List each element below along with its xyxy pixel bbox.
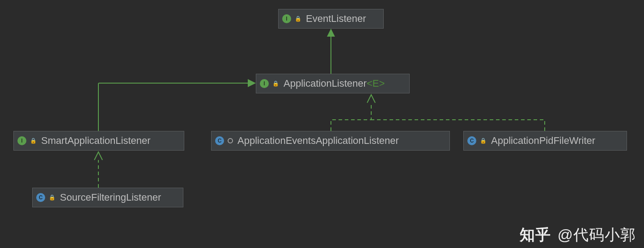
watermark: 知乎 @代码小郭: [520, 225, 636, 245]
node-event-listener[interactable]: I 🔒 EventListener: [278, 9, 384, 29]
edges-layer: [0, 0, 644, 248]
node-label: ApplicationPidFileWriter: [491, 135, 595, 147]
edge-aeal-to-applistener: [331, 103, 371, 131]
node-label: SourceFilteringListener: [60, 192, 161, 203]
watermark-brand: 知乎: [520, 225, 551, 245]
watermark-author: @代码小郭: [557, 225, 636, 245]
edge-pidwriter-to-applistener: [371, 120, 545, 131]
generic-param: <E>: [367, 78, 385, 89]
lock-icon: 🔒: [480, 138, 487, 143]
arrowhead-smart-to-applistener: [248, 79, 256, 87]
class-icon: C: [36, 193, 45, 202]
edge-smart-to-applistener: [98, 83, 249, 131]
lock-icon: 🔒: [30, 138, 37, 143]
interface-icon: I: [282, 14, 291, 23]
ring-icon: [228, 138, 233, 143]
node-smart-application-listener[interactable]: I 🔒 SmartApplicationListener: [13, 131, 184, 151]
node-source-filtering-listener[interactable]: C 🔒 SourceFilteringListener: [32, 188, 183, 207]
interface-icon: I: [17, 136, 26, 145]
node-label: ApplicationEventsApplicationListener: [237, 135, 399, 147]
interface-icon: I: [260, 79, 269, 88]
node-label: ApplicationListener<E>: [284, 78, 385, 89]
lock-icon: 🔒: [272, 81, 279, 86]
class-name-text: ApplicationListener: [284, 78, 367, 89]
node-label: EventListener: [306, 13, 366, 25]
lock-icon: 🔒: [295, 16, 301, 21]
class-icon: C: [467, 136, 476, 145]
node-application-listener[interactable]: I 🔒 ApplicationListener<E>: [256, 74, 410, 93]
node-label: SmartApplicationListener: [41, 135, 151, 147]
node-application-pid-file-writer[interactable]: C 🔒 ApplicationPidFileWriter: [463, 131, 627, 151]
arrowhead-sourcefilter-to-smart: [94, 152, 102, 160]
lock-icon: 🔒: [49, 195, 55, 200]
arrowhead-aeal-to-applistener: [367, 95, 375, 103]
node-application-events-application-listener[interactable]: C ApplicationEventsApplicationListener: [211, 131, 450, 151]
diagram-canvas: I 🔒 EventListener I 🔒 ApplicationListene…: [0, 0, 644, 248]
class-icon: C: [215, 136, 224, 145]
arrowhead-applistener-to-eventlistener: [327, 29, 335, 37]
